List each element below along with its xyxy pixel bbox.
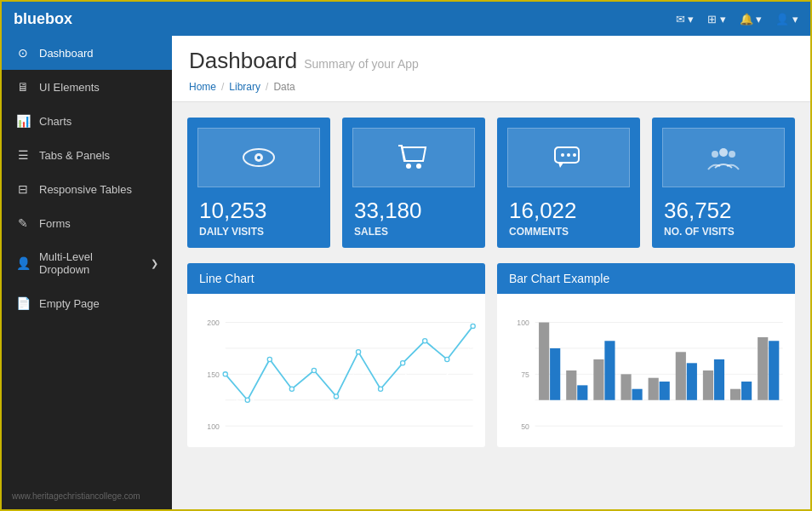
sidebar-item-forms[interactable]: ✎ Forms bbox=[2, 206, 172, 240]
svg-text:100: 100 bbox=[207, 422, 220, 431]
sidebar-item-label: Responsive Tables bbox=[39, 183, 158, 196]
svg-rect-40 bbox=[539, 323, 549, 400]
breadcrumb: Home / Library / Data bbox=[189, 81, 793, 93]
page-header: Dashboard Summary of your App Home / Lib… bbox=[172, 36, 810, 102]
sidebar-item-ui-elements[interactable]: 🖥 UI Elements bbox=[2, 70, 172, 104]
svg-rect-54 bbox=[730, 389, 741, 400]
svg-rect-50 bbox=[676, 352, 686, 399]
charts-icon: 📊 bbox=[15, 114, 31, 128]
bar-chart-card: Bar Chart Example 100 75 50 bbox=[497, 263, 795, 447]
grid-nav-btn[interactable]: ⊞ ▾ bbox=[707, 13, 726, 26]
svg-rect-45 bbox=[604, 341, 615, 399]
charts-row: Line Chart 200 150 100 bbox=[187, 263, 795, 447]
stat-card-number-no-visits: 36,752 bbox=[664, 198, 783, 224]
sidebar-item-label: Tabs & Panels bbox=[39, 149, 158, 162]
breadcrumb-home[interactable]: Home bbox=[189, 81, 216, 93]
svg-point-9 bbox=[719, 148, 728, 157]
sidebar-footer: www.heritagechristiancollege.com bbox=[2, 483, 172, 509]
svg-point-6 bbox=[561, 153, 564, 157]
svg-point-26 bbox=[356, 350, 360, 354]
stat-card-no-of-visits: 36,752 No. of Visits bbox=[652, 118, 795, 248]
bar-chart-body: 100 75 50 bbox=[497, 294, 795, 447]
sidebar-item-tabs-panels[interactable]: ☰ Tabs & Panels bbox=[2, 138, 172, 172]
bell-nav-btn[interactable]: 🔔 ▾ bbox=[740, 13, 763, 26]
stat-card-sales: 33,180 Sales bbox=[342, 118, 485, 248]
line-chart-svg: 200 150 100 bbox=[196, 302, 477, 439]
stat-card-number-comments: 16,022 bbox=[509, 198, 628, 224]
sidebar-item-charts[interactable]: 📊 Charts bbox=[2, 104, 172, 138]
sidebar-item-label: Dashboard bbox=[39, 47, 158, 60]
user-nav-btn[interactable]: 👤 ▾ bbox=[775, 13, 798, 26]
sidebar-item-label: UI Elements bbox=[39, 81, 158, 94]
svg-point-27 bbox=[379, 387, 383, 391]
svg-rect-56 bbox=[758, 337, 768, 400]
svg-rect-48 bbox=[649, 378, 659, 400]
svg-rect-49 bbox=[660, 382, 670, 400]
svg-point-8 bbox=[573, 153, 576, 157]
sidebar-item-label: Multi-Level Dropdown bbox=[39, 250, 142, 276]
svg-point-30 bbox=[445, 357, 449, 361]
page-title: Dashboard bbox=[189, 48, 297, 74]
stat-card-label-no-visits: No. of Visits bbox=[664, 226, 783, 238]
bar-chart-svg: 100 75 50 bbox=[506, 302, 786, 439]
stat-card-icon-comments bbox=[507, 128, 630, 187]
stat-cards-grid: 10,253 Daily Visits 33,180 bbox=[187, 118, 795, 248]
svg-point-22 bbox=[267, 357, 272, 361]
svg-rect-57 bbox=[769, 341, 779, 399]
svg-point-29 bbox=[423, 339, 427, 343]
stat-card-comments: 16,022 Comments bbox=[497, 118, 640, 248]
stat-card-body-sales: 33,180 Sales bbox=[342, 187, 485, 248]
bar-chart-title: Bar Chart Example bbox=[497, 263, 795, 294]
svg-point-2 bbox=[257, 156, 260, 159]
svg-text:200: 200 bbox=[207, 319, 220, 327]
line-chart-card: Line Chart 200 150 100 bbox=[187, 263, 485, 447]
stat-card-label-comments: Comments bbox=[509, 226, 628, 238]
empty-page-icon: 📄 bbox=[15, 296, 31, 310]
page-title-row: Dashboard Summary of your App bbox=[189, 48, 793, 74]
svg-text:150: 150 bbox=[207, 370, 220, 379]
svg-point-21 bbox=[245, 398, 249, 402]
svg-point-11 bbox=[729, 151, 735, 158]
forms-icon: ✎ bbox=[15, 216, 31, 230]
stat-card-number-sales: 33,180 bbox=[354, 198, 473, 224]
svg-point-20 bbox=[223, 372, 227, 376]
sidebar-item-multi-level[interactable]: 👤 Multi-Level Dropdown ❯ bbox=[2, 240, 172, 286]
svg-rect-46 bbox=[620, 374, 631, 399]
breadcrumb-sep1: / bbox=[221, 81, 224, 93]
svg-rect-47 bbox=[632, 389, 643, 400]
svg-rect-52 bbox=[703, 370, 713, 400]
svg-rect-51 bbox=[687, 363, 697, 399]
mail-nav-btn[interactable]: ✉ ▾ bbox=[676, 13, 695, 26]
stat-card-body-no-visits: 36,752 No. of Visits bbox=[652, 187, 795, 248]
stat-card-daily-visits: 10,253 Daily Visits bbox=[187, 118, 330, 248]
svg-point-31 bbox=[471, 324, 475, 328]
breadcrumb-library[interactable]: Library bbox=[229, 81, 260, 93]
stat-card-number-visits: 10,253 bbox=[199, 198, 318, 224]
svg-rect-42 bbox=[566, 370, 576, 400]
svg-point-4 bbox=[416, 164, 421, 169]
line-chart-body: 200 150 100 bbox=[187, 294, 485, 447]
tabs-icon: ☰ bbox=[15, 148, 31, 162]
sidebar-item-label: Forms bbox=[39, 217, 158, 230]
sidebar-item-empty-page[interactable]: 📄 Empty Page bbox=[2, 286, 172, 320]
svg-point-25 bbox=[334, 394, 338, 399]
svg-text:50: 50 bbox=[521, 422, 529, 431]
main-content: Dashboard Summary of your App Home / Lib… bbox=[172, 36, 810, 509]
nav-icons-group: ✉ ▾ ⊞ ▾ 🔔 ▾ 👤 ▾ bbox=[676, 13, 799, 26]
svg-rect-41 bbox=[550, 348, 560, 400]
svg-rect-43 bbox=[577, 385, 587, 399]
svg-text:100: 100 bbox=[517, 319, 529, 327]
sidebar: ⊙ Dashboard 🖥 UI Elements 📊 Charts ☰ Tab… bbox=[2, 36, 172, 509]
brand-logo: bluebox bbox=[14, 10, 676, 28]
stat-card-body-visits: 10,253 Daily Visits bbox=[187, 187, 330, 248]
sidebar-item-dashboard[interactable]: ⊙ Dashboard bbox=[2, 36, 172, 70]
sidebar-item-responsive-tables[interactable]: ⊟ Responsive Tables bbox=[2, 172, 172, 206]
sidebar-item-label: Empty Page bbox=[39, 297, 158, 310]
svg-point-10 bbox=[712, 151, 718, 158]
stat-card-icon-visits bbox=[197, 128, 320, 187]
svg-rect-44 bbox=[593, 359, 603, 400]
content-area: 10,253 Daily Visits 33,180 bbox=[172, 102, 810, 462]
tables-icon: ⊟ bbox=[15, 182, 31, 196]
sidebar-item-label: Charts bbox=[39, 115, 158, 128]
svg-point-7 bbox=[567, 153, 570, 157]
